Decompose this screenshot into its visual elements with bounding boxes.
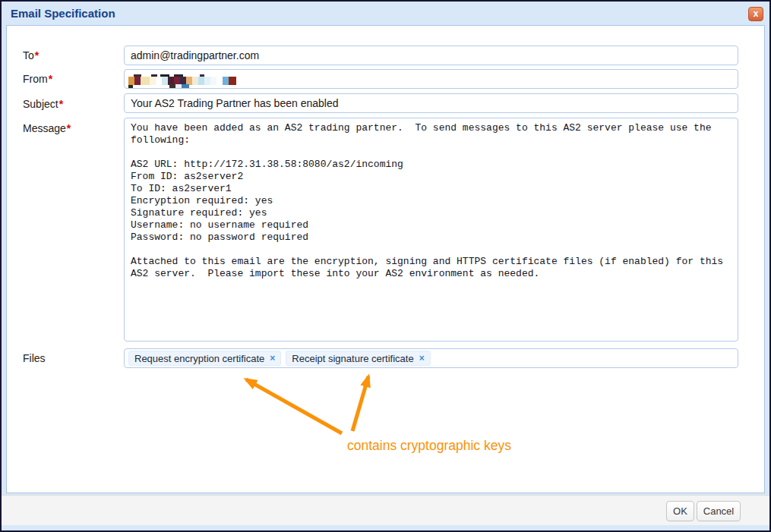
redaction-pixel-block	[223, 77, 229, 85]
message-textarea[interactable]: You have been added as an AS2 trading pa…	[124, 118, 738, 342]
redaction-pixel-block	[229, 77, 236, 85]
close-icon[interactable]: x	[748, 7, 763, 21]
to-label: To*	[23, 49, 39, 61]
from-required-marker: *	[49, 73, 52, 85]
subject-input[interactable]	[124, 93, 738, 113]
redaction-pixel-block	[198, 77, 204, 85]
dialog-titlebar: Email Specification x	[2, 2, 769, 25]
from-label-text: From	[23, 73, 48, 85]
dialog-footer: OK Cancel	[2, 495, 769, 525]
redaction-pixel-block	[134, 77, 141, 85]
files-label-text: Files	[23, 352, 46, 364]
redaction-pixel-block	[192, 77, 198, 85]
from-redaction	[125, 70, 738, 88]
subject-label-text: Subject	[23, 98, 58, 110]
message-label-text: Message	[23, 122, 66, 134]
form-panel: To* From* Subject* Message* You have bee…	[6, 25, 765, 493]
redaction-pixel-block	[182, 84, 189, 89]
subject-label: Subject*	[23, 98, 63, 110]
annotation-contains-cryptographic-keys: contains cryptographic keys	[347, 438, 511, 454]
message-required-marker: *	[67, 122, 71, 134]
files-label: Files	[23, 352, 46, 364]
from-label: From*	[23, 73, 52, 85]
to-input[interactable]	[124, 46, 738, 65]
redaction-pixel-block	[204, 77, 210, 85]
subject-required-marker: *	[59, 98, 63, 110]
to-required-marker: *	[35, 49, 39, 61]
ok-button[interactable]: OK	[666, 501, 694, 521]
file-chip-request-encryption-certificate: Request encryption certificate ×	[128, 351, 281, 366]
redaction-pixel-block	[128, 85, 133, 89]
redaction-pixel-block	[128, 77, 134, 85]
cancel-button[interactable]: Cancel	[697, 501, 741, 521]
file-chip-label: Request encryption certificate	[134, 353, 264, 364]
redaction-pixel-block	[150, 77, 156, 85]
remove-file-icon[interactable]: ×	[419, 353, 425, 364]
redaction-pixel-block	[141, 77, 150, 85]
remove-file-icon[interactable]: ×	[270, 353, 275, 364]
redaction-pixel-block	[169, 84, 175, 89]
dialog-title: Email Specification	[11, 7, 115, 20]
redaction-pixel-block	[162, 77, 168, 85]
files-input[interactable]: Request encryption certificate × Receipt…	[124, 348, 738, 368]
redaction-pixel-block	[210, 77, 216, 85]
file-chip-receipt-signature-certificate: Receipt signature certificate ×	[286, 351, 430, 366]
from-input[interactable]	[124, 69, 738, 89]
email-specification-dialog: Email Specification x To* From* Subject*…	[0, 0, 771, 532]
redaction-pixel-block	[175, 84, 182, 89]
file-chip-label: Receipt signature certificate	[292, 353, 413, 364]
to-label-text: To	[23, 49, 34, 61]
message-label: Message*	[23, 122, 71, 134]
